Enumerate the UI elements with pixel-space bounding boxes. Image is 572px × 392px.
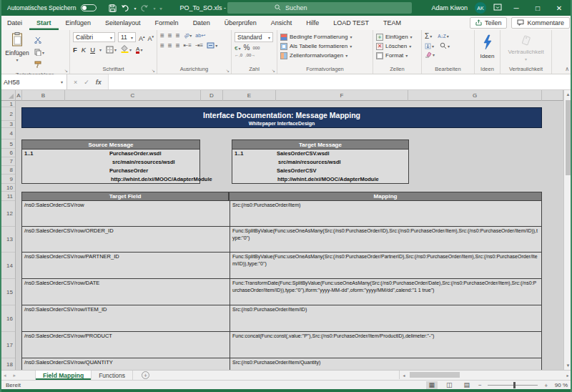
ideas-button[interactable]: Ideen [480, 32, 494, 65]
fill-color-icon[interactable]: ▾ [121, 45, 132, 54]
fx-icon[interactable]: fx [96, 79, 102, 86]
view-normal-button[interactable]: ▦ [426, 381, 438, 389]
row-number[interactable]: 8 [0, 166, 15, 175]
tab-ansicht[interactable]: Ansicht [264, 16, 300, 30]
mapping-cell[interactable]: Src:(/ns0:PurchaseOrder/Item) [230, 201, 541, 226]
column-header-b[interactable]: B [22, 90, 65, 101]
mapping-cell[interactable]: Func:SplitByValue(Func:useOneAsMany(Src:… [230, 227, 541, 252]
number-format-select[interactable]: Standard▾ [235, 32, 273, 42]
row-number[interactable]: 3 [0, 121, 15, 128]
mapping-cell[interactable]: Func:TransformDate(Func:SplitByValue(Fun… [230, 279, 541, 305]
fill-icon[interactable]: ▾ [425, 43, 434, 49]
target-field-cell[interactable]: /ns0:SalesOrderCSV/row/ORDER_ID [22, 227, 230, 252]
autosum-icon[interactable]: Σ▾ [425, 32, 432, 40]
row-number[interactable]: 10 [0, 184, 15, 192]
undo-caret-icon[interactable]: ▾ [134, 6, 136, 11]
underline-button[interactable]: U [90, 46, 95, 54]
sheet-tab-functions[interactable]: Functions [92, 371, 133, 380]
cancel-icon[interactable]: × [74, 79, 77, 86]
formula-input[interactable] [109, 74, 572, 89]
tab-ueberpruefen[interactable]: Überprüfen [217, 16, 264, 30]
column-header-a[interactable]: A [16, 90, 22, 101]
tab-load-test[interactable]: LOAD TEST [326, 16, 376, 30]
row-number[interactable]: 5 [0, 139, 15, 149]
column-header-d[interactable]: D [201, 90, 223, 101]
mapping-cell[interactable]: Src:(/ns0:PurchaseOrder/Item/ID) [230, 305, 541, 331]
target-field-cell[interactable]: /ns0:SalesOrderCSV/row/DATE [22, 279, 230, 305]
merge-center-icon[interactable]: ▾ [207, 42, 217, 49]
row-number[interactable]: 1 [0, 102, 15, 107]
row-number[interactable]: 6 [0, 149, 15, 157]
tab-team[interactable]: TEAM [376, 16, 408, 30]
target-field-cell[interactable]: /ns0:SalesOrderCSV/row/QUANTITY [22, 358, 230, 370]
mapping-cell[interactable]: Src:(/ns0:PurchaseOrder/Item/Quantity) [230, 358, 541, 370]
number-dialog-launcher-icon[interactable]: ↘ [272, 68, 275, 73]
row-number[interactable]: 9 [0, 175, 15, 184]
row-number[interactable]: 15 [0, 279, 15, 305]
target-message-block[interactable]: Target Message 1..1SalesOrderCSV.wsdl sr… [232, 139, 409, 184]
column-header-f[interactable]: F [276, 90, 408, 101]
select-all-corner[interactable] [0, 90, 16, 101]
undo-icon[interactable] [121, 4, 129, 12]
copy-icon[interactable]: ▾ [34, 49, 44, 56]
find-icon[interactable]: ▾ [440, 42, 450, 49]
increase-indent-icon[interactable]: ⇥≡ [195, 42, 203, 49]
column-header-e[interactable]: E [223, 90, 276, 101]
currency-icon[interactable]: €▾ [235, 45, 240, 52]
tab-daten[interactable]: Daten [186, 16, 217, 30]
sheet-tab-field-mapping[interactable]: Field Mapping [35, 371, 92, 380]
collapse-ribbon-icon[interactable]: ∧ [565, 66, 569, 72]
sensitivity-button[interactable]: Vertraulichkeit ▾ [508, 32, 543, 65]
alignment-dialog-launcher-icon[interactable]: ↘ [226, 68, 230, 73]
wrap-text-icon[interactable]: ab↩ [195, 33, 205, 39]
row-number[interactable]: 18 [0, 358, 15, 370]
align-right-icon[interactable]: ≡ [176, 42, 180, 49]
column-header-c[interactable]: C [65, 90, 201, 101]
decrease-font-icon[interactable]: A▾ [147, 33, 154, 42]
zoom-slider[interactable] [488, 385, 538, 386]
row-number[interactable]: 4 [0, 128, 15, 139]
align-center-icon[interactable]: ≡ [168, 42, 172, 49]
tab-einfuegen[interactable]: Einfügen [59, 16, 99, 30]
align-top-icon[interactable]: ≡ [160, 32, 164, 39]
name-box[interactable]: AH58▾ [0, 74, 67, 89]
zoom-out-button[interactable]: − [478, 382, 482, 388]
clipboard-dialog-launcher-icon[interactable]: ↘ [64, 68, 68, 73]
tab-datei[interactable]: Datei [0, 16, 29, 30]
sort-filter-icon[interactable]: A↓Z▾ [438, 34, 449, 39]
borders-icon[interactable]: ▾ [106, 46, 117, 54]
italic-button[interactable]: K [82, 46, 86, 54]
increase-decimal-icon[interactable]: ←,0 [235, 53, 242, 57]
column-header-g[interactable]: G [408, 90, 542, 101]
ribbon-display-options-icon[interactable] [493, 4, 502, 12]
h-scrollbar[interactable]: ◂ ▸ [399, 371, 572, 379]
view-page-layout-button[interactable]: ◫ [443, 381, 455, 389]
banner[interactable]: Interface Documentation: Message Mapping… [21, 107, 542, 128]
align-bottom-icon[interactable]: ≡ [176, 32, 180, 39]
zoom-level[interactable]: 90 % [555, 382, 568, 388]
mapping-header[interactable]: Mapping [229, 192, 542, 201]
font-name-select[interactable]: Calibri▾ [73, 32, 115, 42]
comments-button[interactable]: Kommentare [511, 17, 570, 29]
conditional-formatting-button[interactable]: Bedingte Formatierung▾ [280, 32, 370, 41]
h-scrollbar-thumb[interactable] [410, 372, 460, 378]
zoom-in-button[interactable]: ＋ [543, 381, 549, 389]
view-page-break-button[interactable]: ▤ [461, 381, 473, 389]
format-as-table-button[interactable]: Als Tabelle formatieren▾ [280, 41, 370, 51]
target-field-header[interactable]: Target Field [21, 192, 229, 201]
tab-start[interactable]: Start [29, 16, 59, 30]
tab-hilfe[interactable]: Hilfe [299, 16, 326, 30]
thousands-icon[interactable]: 000 [252, 46, 260, 50]
qat-customize-icon[interactable]: ▿ [159, 6, 162, 11]
tab-formeln[interactable]: Formeln [148, 16, 186, 30]
save-icon[interactable] [109, 4, 117, 12]
column-header-partial[interactable] [542, 90, 563, 101]
row-number[interactable]: 14 [0, 253, 15, 279]
redo-icon[interactable] [140, 4, 149, 12]
delete-cells-button[interactable]: ✕Löschen▾ [376, 41, 418, 51]
enter-icon[interactable]: ✓ [84, 79, 89, 86]
target-field-cell[interactable]: /ns0:SalesOrderCSV/row/PRODUCT [22, 332, 230, 358]
bold-button[interactable]: F [73, 46, 77, 54]
tab-scroll-left-icon[interactable]: ◂ [0, 371, 10, 380]
decrease-indent-icon[interactable]: ⇤≡ [184, 42, 192, 49]
